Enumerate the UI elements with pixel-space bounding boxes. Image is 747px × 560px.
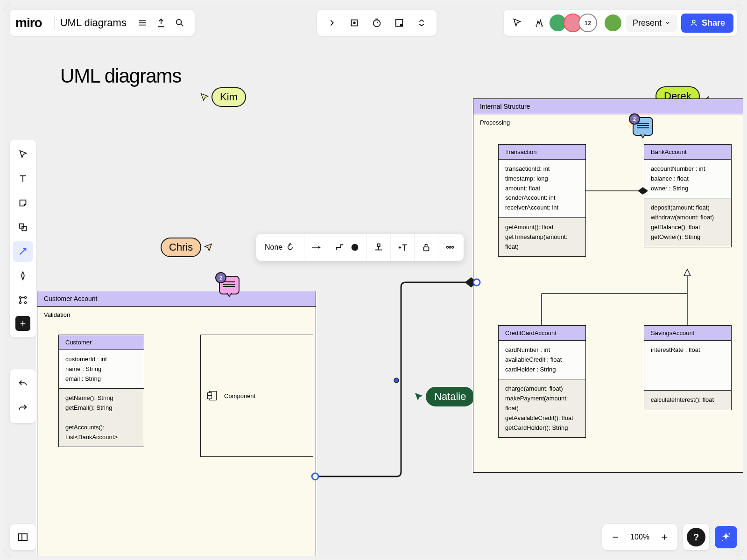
ctx-align[interactable]	[367, 234, 391, 261]
svg-point-55	[447, 246, 449, 248]
topbar-center	[317, 10, 437, 36]
svg-point-43	[394, 378, 399, 383]
svg-line-4	[181, 24, 183, 26]
svg-rect-47	[378, 244, 381, 247]
apps-icon[interactable]	[390, 14, 409, 32]
svg-point-12	[692, 20, 695, 23]
class-creditcard-ops: charge(amount: float) makePayment(amount…	[499, 379, 585, 437]
help-button[interactable]: ?	[687, 528, 705, 546]
class-savings[interactable]: SavingsAccount interestRate : float calc…	[644, 325, 732, 410]
undo-toolbar	[10, 369, 36, 423]
class-creditcard-name: CreditCardAccount	[499, 326, 585, 341]
package-left-section: Validation	[37, 307, 316, 323]
zoom-in-button[interactable]	[655, 528, 674, 546]
zoom-controls: 100% ?	[602, 524, 737, 550]
cursor-kim: Kim	[199, 87, 246, 107]
class-bankaccount-name: BankAccount	[644, 145, 731, 160]
svg-rect-54	[424, 247, 429, 251]
class-transaction-name: Transaction	[499, 145, 585, 160]
svg-point-3	[176, 20, 182, 25]
svg-point-19	[25, 297, 27, 299]
export-icon[interactable]	[152, 14, 170, 32]
svg-line-17	[20, 249, 26, 255]
cursor-icon[interactable]	[507, 14, 526, 32]
text-tool[interactable]	[13, 168, 33, 189]
class-bankaccount[interactable]: BankAccount accountNumber : int balance …	[644, 144, 732, 247]
class-customer-name: Customer	[59, 335, 144, 350]
pen-tool[interactable]	[13, 266, 33, 286]
comment-pin-left[interactable]: 2	[219, 276, 240, 294]
ctx-more[interactable]	[438, 234, 462, 261]
redo-button[interactable]	[13, 398, 33, 419]
ctx-add-text[interactable]	[391, 234, 415, 261]
left-toolbar	[10, 140, 36, 337]
add-tool[interactable]	[15, 316, 30, 331]
svg-line-8	[377, 22, 378, 23]
class-transaction-attrs: transactionId: int timestamp: long amoun…	[499, 160, 585, 218]
present-button[interactable]: Present	[626, 14, 677, 32]
comment-left-count: 2	[215, 272, 226, 283]
canvas[interactable]: miro UML diagrams 12 Present Share	[4, 4, 743, 556]
class-customer-attrs: customerId : int name : String email : S…	[59, 350, 144, 389]
component-box[interactable]: Component	[200, 335, 313, 457]
menu-icon[interactable]	[133, 14, 152, 32]
collaborator-avatars[interactable]: 12	[552, 14, 597, 32]
connector-tool[interactable]	[13, 241, 33, 262]
ctx-arrow-style[interactable]	[304, 234, 328, 261]
frame-icon[interactable]	[345, 14, 364, 32]
divider	[54, 15, 55, 30]
svg-point-56	[449, 246, 451, 248]
search-icon[interactable]	[170, 14, 189, 32]
comment-pin-right[interactable]: 2	[633, 117, 653, 136]
class-customer-ops: getName(): String getEmail(): String get…	[59, 389, 144, 447]
avatar-overflow[interactable]: 12	[578, 14, 597, 32]
connector-context-toolbar: None	[256, 234, 464, 261]
timer-icon[interactable]	[367, 14, 386, 32]
class-bankaccount-ops: deposit(amount: float) withdraw(amount: …	[644, 198, 731, 246]
cursor-natalie: Natalie	[414, 387, 474, 406]
reactions-icon[interactable]	[530, 14, 549, 32]
sticky-tool[interactable]	[13, 193, 33, 213]
undo-button[interactable]	[13, 374, 33, 394]
miro-logo[interactable]: miro	[15, 15, 42, 30]
cursor-kim-label: Kim	[211, 87, 246, 107]
svg-point-46	[352, 244, 359, 251]
share-label: Share	[702, 18, 725, 28]
ai-button[interactable]	[715, 526, 737, 548]
select-tool[interactable]	[13, 144, 33, 165]
svg-point-21	[25, 302, 27, 304]
ctx-line-type[interactable]	[328, 234, 367, 261]
package-right-title: Internal Structure	[473, 99, 743, 114]
topbar-right: 12 Present Share	[504, 10, 737, 36]
share-button[interactable]: Share	[681, 14, 733, 33]
class-customer[interactable]: Customer customerId : int name : String …	[58, 335, 144, 447]
chevron-right-icon[interactable]	[323, 14, 341, 32]
canvas-title[interactable]: UML diagrams	[60, 65, 182, 87]
topbar-left: miro UML diagrams	[10, 10, 195, 36]
shape-tool[interactable]	[13, 217, 33, 238]
collapse-icon[interactable]	[412, 14, 431, 32]
ctx-line-start[interactable]: None	[258, 234, 304, 261]
board-title[interactable]: UML diagrams	[60, 17, 127, 29]
cursor-chris-label: Chris	[161, 238, 201, 257]
class-savings-ops: calculateInterest(): float	[644, 391, 731, 410]
svg-point-31	[729, 533, 730, 535]
class-transaction-ops: getAmount(): float getTimestamp(amount: …	[499, 218, 585, 256]
component-label: Component	[224, 392, 255, 399]
svg-point-32	[722, 540, 723, 541]
class-bankaccount-attrs: accountNumber : int balance : float owne…	[644, 160, 731, 198]
class-creditcard-attrs: cardNumber : int availableCredit : float…	[499, 341, 585, 379]
zoom-out-button[interactable]	[606, 528, 625, 546]
current-user-avatar[interactable]	[604, 14, 622, 32]
ctx-lock[interactable]	[415, 234, 438, 261]
class-savings-attrs: interestRate : float	[644, 341, 731, 391]
minimap-button[interactable]	[10, 524, 36, 550]
class-transaction[interactable]: Transaction transactionId: int timestamp…	[498, 144, 586, 257]
svg-marker-45	[318, 246, 321, 249]
svg-point-20	[20, 302, 21, 304]
diagram-tool[interactable]	[13, 290, 33, 310]
class-creditcard[interactable]: CreditCardAccount cardNumber : int avail…	[498, 325, 586, 438]
package-right-section: Processing	[473, 114, 743, 131]
zoom-level[interactable]: 100%	[625, 533, 655, 541]
svg-point-57	[452, 246, 454, 248]
